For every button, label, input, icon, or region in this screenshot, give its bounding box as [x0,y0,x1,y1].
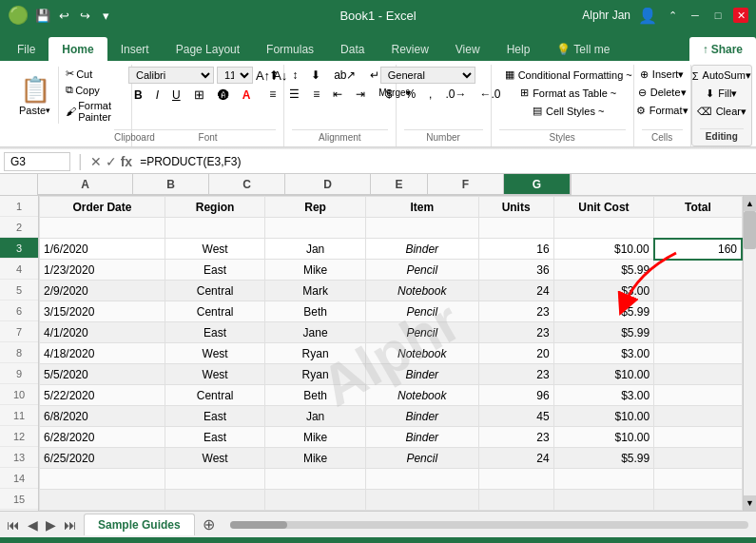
cell-d15[interactable] [365,490,478,511]
tab-formulas[interactable]: Formulas [253,37,327,61]
row-num-6[interactable]: 6 [0,301,38,321]
currency-button[interactable]: $ [380,86,398,103]
number-format-select[interactable]: General [380,67,475,84]
first-sheet-button[interactable]: ⏮ [4,517,23,533]
row-num-4[interactable]: 4 [0,259,38,280]
cell-b12[interactable]: East [165,427,265,448]
align-left-button[interactable]: ≡ [263,86,281,103]
cell-c4[interactable]: Mike [265,260,366,281]
cell-c7[interactable]: Jane [265,322,366,343]
cell-a3[interactable]: 1/6/2020 [40,239,165,260]
cell-a12[interactable]: 6/28/2020 [40,427,165,448]
cell-a7[interactable]: 4/1/2020 [40,322,165,343]
tab-file[interactable]: File [4,37,48,61]
cell-b11[interactable]: East [165,406,265,427]
cell-e4[interactable]: 36 [478,260,553,281]
cell-b9[interactable]: West [165,364,265,385]
row-num-7[interactable]: 7 [0,321,38,342]
cell-a13[interactable]: 6/25/2020 [40,448,165,469]
col-header-f[interactable]: F [428,174,504,195]
cell-d6[interactable]: Pencil [365,301,478,322]
save-icon[interactable]: 💾 [34,7,51,24]
cell-a6[interactable]: 3/15/2020 [40,301,165,322]
cell-c12[interactable]: Mike [265,427,366,448]
cell-d12[interactable]: Binder [365,427,478,448]
italic-button[interactable]: I [150,87,165,104]
scroll-track[interactable] [744,211,756,495]
cell-e7[interactable]: 23 [478,322,553,343]
font-size-select[interactable]: 11 [217,67,253,84]
cell-e14[interactable] [478,469,553,490]
cell-e11[interactable]: 45 [478,406,553,427]
horizontal-scrollbar[interactable] [223,521,756,529]
cell-f8[interactable]: $3.00 [553,343,654,364]
cell-g10[interactable] [654,385,742,406]
customize-icon[interactable]: ▾ [97,7,114,24]
cell-c14[interactable] [265,469,366,490]
row-num-14[interactable]: 14 [0,468,38,489]
cell-f3[interactable]: $10.00 [553,239,654,260]
percent-button[interactable]: % [399,86,421,103]
h-scroll-track[interactable] [230,521,748,529]
row-num-1[interactable]: 1 [0,196,38,217]
conditional-formatting-button[interactable]: ▦ Conditional Formatting ~ [499,67,638,83]
cell-f1[interactable]: Unit Cost [553,197,654,218]
cell-g2[interactable] [654,218,742,239]
close-button[interactable]: ✕ [733,8,748,23]
cell-c13[interactable]: Mike [265,448,366,469]
row-num-10[interactable]: 10 [0,384,38,405]
scroll-up-button[interactable]: ▲ [744,196,756,211]
tab-insert[interactable]: Insert [107,37,163,61]
cell-c3[interactable]: Jan [265,239,366,260]
undo-icon[interactable]: ↩ [55,7,72,24]
align-middle-button[interactable]: ↕ [286,67,303,84]
decrease-indent-button[interactable]: ⇤ [327,86,348,103]
font-color-button[interactable]: A [237,87,257,104]
format-as-table-button[interactable]: ⊞ Format as Table ~ [514,85,622,101]
cell-f4[interactable]: $5.99 [553,260,654,281]
confirm-formula-icon[interactable]: ✓ [106,154,117,169]
prev-sheet-button[interactable]: ◀ [25,517,41,533]
fill-color-button[interactable]: 🅐 [212,87,235,104]
cell-g1[interactable]: Total [654,197,742,218]
cell-e10[interactable]: 96 [478,385,553,406]
col-header-a[interactable]: A [38,174,133,195]
cell-f12[interactable]: $10.00 [553,427,654,448]
cell-g13[interactable] [654,448,742,469]
cell-a2[interactable] [40,218,165,239]
cell-e1[interactable]: Units [478,197,553,218]
tab-home[interactable]: Home [48,37,107,61]
cell-a5[interactable]: 2/9/2020 [40,281,165,301]
scroll-down-button[interactable]: ▼ [744,495,756,511]
cell-b14[interactable] [165,469,265,490]
cell-e13[interactable]: 24 [478,448,553,469]
cell-g12[interactable] [654,427,742,448]
cell-a14[interactable] [40,469,165,490]
cell-c11[interactable]: Jan [265,406,366,427]
insert-function-icon[interactable]: fx [121,154,132,169]
insert-cells-button[interactable]: ⊕ Insert▾ [634,67,690,83]
cell-b1[interactable]: Region [165,197,265,218]
tab-view[interactable]: View [442,37,494,61]
cell-d10[interactable]: Notebook [365,385,478,406]
add-sheet-button[interactable]: ⊕ [195,514,223,535]
next-sheet-button[interactable]: ▶ [43,517,59,533]
cell-e8[interactable]: 20 [478,343,553,364]
cell-d1[interactable]: Item [365,197,478,218]
increase-decimal-button[interactable]: .0→ [439,86,472,103]
paste-button[interactable]: 📋 Paste▾ [11,67,59,124]
cell-b5[interactable]: Central [165,281,265,301]
cell-a11[interactable]: 6/8/2020 [40,406,165,427]
cell-e6[interactable]: 23 [478,301,553,322]
cell-reference-box[interactable] [4,152,70,171]
row-num-12[interactable]: 12 [0,426,38,447]
cell-f14[interactable] [553,469,654,490]
cell-g3[interactable]: 160 [654,239,742,260]
underline-button[interactable]: U [166,87,186,104]
cell-d9[interactable]: Binder [365,364,478,385]
cell-d14[interactable] [365,469,478,490]
cell-b4[interactable]: East [165,260,265,281]
cell-f15[interactable] [553,490,654,511]
align-bottom-button[interactable]: ⬇ [305,67,326,84]
row-num-5[interactable]: 5 [0,280,38,301]
